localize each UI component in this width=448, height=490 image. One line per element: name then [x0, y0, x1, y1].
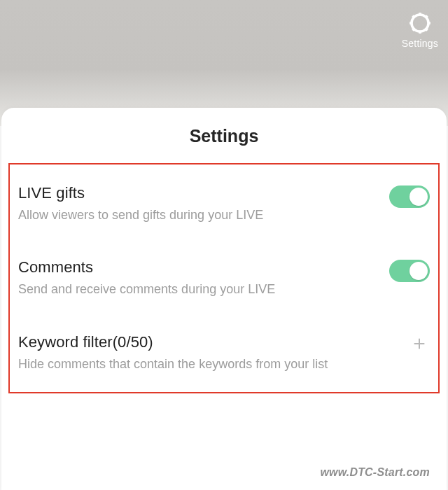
watermark: www.DTC-Start.com — [320, 466, 430, 479]
row-title: LIVE gifts — [18, 184, 378, 202]
toggle-live-gifts[interactable] — [389, 186, 430, 208]
plus-icon — [412, 336, 427, 351]
row-comments: Comments Send and receive comments durin… — [18, 248, 430, 300]
row-title: Keyword filter(0/50) — [18, 333, 398, 351]
toggle-knob — [410, 188, 428, 206]
header-backdrop — [0, 0, 448, 126]
row-live-gifts: LIVE gifts Allow viewers to send gifts d… — [18, 174, 430, 226]
toggle-knob — [410, 262, 428, 280]
settings-sheet: Settings LIVE gifts Allow viewers to sen… — [1, 108, 447, 490]
row-subtitle: Send and receive comments during your LI… — [18, 281, 378, 298]
add-keyword-button[interactable] — [409, 333, 430, 354]
page-title: Settings — [1, 126, 447, 146]
svg-line-5 — [412, 16, 414, 18]
row-title: Comments — [18, 258, 378, 276]
row-subtitle: Hide comments that contain the keywords … — [18, 356, 398, 372]
svg-line-7 — [425, 16, 427, 18]
toggle-comments[interactable] — [389, 260, 430, 282]
row-keyword-filter: Keyword filter(0/50) Hide comments that … — [18, 323, 430, 375]
row-subtitle: Allow viewers to send gifts during your … — [18, 206, 378, 223]
settings-button[interactable]: Settings — [402, 11, 438, 49]
svg-line-6 — [425, 29, 427, 31]
gear-icon — [408, 11, 432, 35]
highlight-box: LIVE gifts Allow viewers to send gifts d… — [8, 163, 440, 393]
svg-line-8 — [412, 29, 414, 31]
settings-button-label: Settings — [402, 38, 438, 49]
